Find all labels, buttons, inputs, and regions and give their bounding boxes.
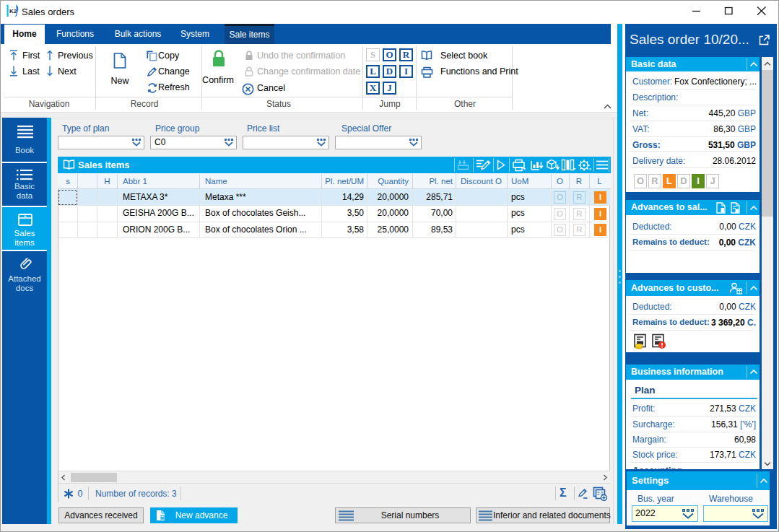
svg-text:K2: K2 [9,8,17,14]
